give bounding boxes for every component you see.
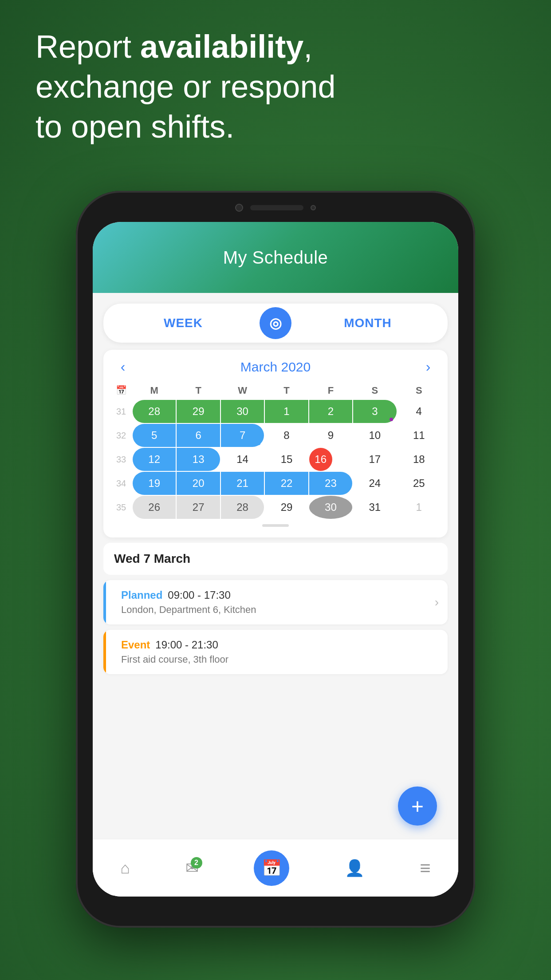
event-border-planned	[103, 580, 106, 624]
cal-header-m: M	[133, 382, 176, 399]
cal-day-10[interactable]: 10	[353, 424, 396, 447]
cal-day-1-apr[interactable]: 1	[398, 496, 441, 519]
cal-header-t1: T	[177, 382, 220, 399]
dot-7	[257, 442, 260, 445]
cal-day-22[interactable]: 22	[265, 472, 308, 495]
cal-day-25[interactable]: 25	[398, 472, 441, 495]
nav-home[interactable]: ⌂	[120, 859, 130, 877]
cal-day-15[interactable]: 15	[265, 448, 308, 471]
cal-day-6[interactable]: 6	[177, 424, 220, 447]
speaker-bar	[250, 205, 303, 210]
cal-day-28[interactable]: 28	[221, 496, 264, 519]
cal-day-18[interactable]: 18	[398, 448, 441, 471]
cal-day-30[interactable]: 30	[309, 496, 352, 519]
event-title-row-event: Event 19:00 - 21:30	[121, 639, 439, 651]
phone-top-bar	[200, 202, 351, 214]
event-type-event: Event	[121, 639, 150, 651]
cal-day-16-today[interactable]: 16	[309, 448, 332, 471]
cal-day-13[interactable]: 13	[177, 448, 220, 471]
event-border-event	[103, 630, 106, 674]
app-content: WEEK ◎ MONTH ‹ March 2020 › 📅 M T	[93, 293, 458, 897]
cal-day-29[interactable]: 29	[265, 496, 308, 519]
event-location-event: First aid course, 3th floor	[121, 654, 439, 665]
cal-day-2[interactable]: 2	[309, 400, 352, 423]
tab-week[interactable]: WEEK	[107, 307, 260, 339]
cal-prev-btn[interactable]: ‹	[114, 359, 132, 375]
cal-day-7[interactable]: 7	[221, 424, 264, 447]
event-content-event: Event 19:00 - 21:30 First aid course, 3t…	[114, 639, 439, 665]
camera-dot-right	[311, 205, 316, 210]
cal-day-19[interactable]: 19	[133, 472, 176, 495]
cal-header-w: W	[221, 382, 264, 399]
nav-profile[interactable]: 👤	[345, 859, 365, 877]
week-num-32: 32	[110, 424, 132, 447]
week-num-31: 31	[110, 400, 132, 423]
nav-calendar[interactable]: 📅	[254, 850, 289, 886]
week-num-34: 34	[110, 472, 132, 495]
tab-month[interactable]: MONTH	[291, 307, 444, 339]
cal-header-s2: S	[398, 382, 441, 399]
cal-day-9[interactable]: 9	[309, 424, 352, 447]
headline: Report availability, exchange or respond…	[35, 27, 516, 146]
profile-icon: 👤	[345, 859, 365, 877]
nav-mail[interactable]: ✉ 2	[185, 859, 199, 877]
drag-handle-bar	[262, 524, 289, 527]
calendar-card: ‹ March 2020 › 📅 M T W T F S S 31	[103, 350, 448, 537]
event-card-event[interactable]: Event 19:00 - 21:30 First aid course, 3t…	[103, 630, 448, 674]
calendar-icon-active: 📅	[254, 850, 289, 886]
nav-menu[interactable]: ≡	[420, 858, 431, 879]
event-title-row-planned: Planned 09:00 - 17:30	[121, 589, 431, 601]
cal-day-27[interactable]: 27	[177, 496, 220, 519]
cal-header-t2: T	[265, 382, 308, 399]
event-time-event: 19:00 - 21:30	[155, 639, 218, 651]
mail-icon: ✉ 2	[185, 859, 199, 877]
drag-handle	[110, 524, 441, 527]
event-chevron-planned[interactable]: ›	[431, 595, 439, 609]
cal-day-20[interactable]: 20	[177, 472, 220, 495]
cal-day-12[interactable]: 12	[133, 448, 176, 471]
fab-add-button[interactable]: +	[398, 786, 437, 826]
camera-dot-left	[235, 204, 243, 212]
cal-day-29-feb[interactable]: 29	[177, 400, 220, 423]
cal-day-14[interactable]: 14	[221, 448, 264, 471]
menu-icon: ≡	[420, 858, 431, 879]
week-num-35: 35	[110, 496, 132, 519]
schedule-date-header: Wed 7 March	[103, 543, 448, 575]
dot-3	[390, 418, 393, 421]
cal-header-f: F	[309, 382, 352, 399]
app-header: My Schedule	[93, 222, 458, 293]
event-card-planned[interactable]: Planned 09:00 - 17:30 London, Department…	[103, 580, 448, 624]
cal-day-21[interactable]: 21	[221, 472, 264, 495]
cal-day-5[interactable]: 5	[133, 424, 176, 447]
calendar-grid: 📅 M T W T F S S 31 28 29 30 1 2 3	[110, 382, 441, 519]
cal-header-icon: 📅	[110, 382, 132, 399]
event-content-planned: Planned 09:00 - 17:30 London, Department…	[114, 589, 431, 616]
cal-day-8[interactable]: 8	[265, 424, 308, 447]
cal-day-4[interactable]: 4	[398, 400, 441, 423]
cal-next-btn[interactable]: ›	[419, 359, 437, 375]
cal-day-11[interactable]: 11	[398, 424, 441, 447]
event-type-planned: Planned	[121, 589, 162, 601]
cal-day-30-feb[interactable]: 30	[221, 400, 264, 423]
app-title: My Schedule	[223, 248, 328, 268]
cal-day-26[interactable]: 26	[133, 496, 176, 519]
cal-day-31[interactable]: 31	[353, 496, 396, 519]
cal-day-17[interactable]: 17	[353, 448, 396, 471]
cal-header-s1: S	[353, 382, 396, 399]
cal-day-3[interactable]: 3	[353, 400, 396, 423]
phone-shell: My Schedule WEEK ◎ MONTH ‹ March 2020 ›	[76, 191, 475, 928]
event-time-planned: 09:00 - 17:30	[168, 589, 230, 601]
week-num-33: 33	[110, 448, 132, 471]
cal-day-28-feb[interactable]: 28	[133, 400, 176, 423]
tab-switcher: WEEK ◎ MONTH	[103, 304, 448, 343]
cal-day-1[interactable]: 1	[265, 400, 308, 423]
cal-month-label: March 2020	[240, 360, 311, 375]
headline-line3: to open shifts.	[35, 109, 234, 144]
cal-day-24[interactable]: 24	[353, 472, 396, 495]
phone-screen: My Schedule WEEK ◎ MONTH ‹ March 2020 ›	[93, 222, 458, 897]
headline-line1: Report availability,	[35, 29, 312, 64]
tab-active-icon[interactable]: ◎	[260, 307, 291, 339]
event-location-planned: London, Department 6, Kitchen	[121, 604, 431, 616]
cal-day-23[interactable]: 23	[309, 472, 352, 495]
headline-line2: exchange or respond	[35, 69, 335, 104]
